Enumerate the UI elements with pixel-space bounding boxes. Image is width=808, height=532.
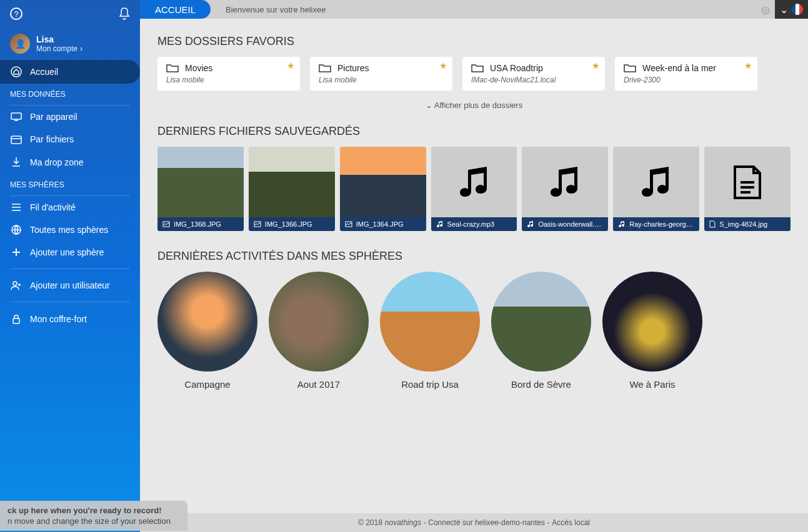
sphere-thumbnail (491, 272, 591, 372)
profile-name: Lisa (36, 34, 82, 44)
sidebar: ? 👤 Lisa Mon compte › Accueil MES DONNÉE… (0, 0, 140, 532)
file-card[interactable]: S_img-4824.jpg (704, 147, 791, 231)
file-label: Oasis-wonderwall.… (522, 217, 608, 231)
star-icon[interactable]: ★ (287, 61, 295, 71)
file-label: Seal-crazy.mp3 (431, 217, 517, 231)
nav-home[interactable]: Accueil (0, 60, 140, 84)
help-icon[interactable]: ? (10, 7, 22, 20)
profile-account-link[interactable]: Mon compte › (36, 44, 82, 53)
globe-icon (10, 225, 22, 235)
company-name[interactable]: novathings (385, 518, 421, 527)
favorites-title: MES DOSSIERS FAVORIS (157, 35, 791, 48)
folder-source: Lisa mobile (166, 76, 291, 84)
file-label: IMG_1368.JPG (157, 217, 244, 231)
local-access-link[interactable]: Accès local (552, 518, 590, 527)
device-icon (10, 112, 22, 121)
folder-icon (471, 63, 484, 73)
nav-all-spheres[interactable]: Toutes mes sphères (0, 219, 140, 241)
flag-fr-icon (792, 4, 803, 15)
sphere-name: Road trip Usa (401, 379, 459, 390)
folder-name: Pictures (337, 63, 369, 73)
star-icon[interactable]: ★ (439, 61, 447, 71)
nav-by-files[interactable]: Par fichiers (0, 128, 140, 150)
folder-card[interactable]: ★ Week-end à la mer Drive-2300 (615, 57, 757, 91)
star-icon[interactable]: ★ (744, 61, 752, 71)
home-icon (10, 66, 22, 77)
folder-name: Week-end à la mer (642, 63, 716, 73)
folder-source: Drive-2300 (624, 76, 749, 84)
activities-title: DERNIÈRES ACTIVITÉS DANS MES SPHÈRES (157, 250, 791, 263)
main-content: MES DOSSIERS FAVORIS ★ Movies Lisa mobil… (140, 19, 808, 513)
folder-name: Movies (185, 63, 212, 73)
svg-point-0 (11, 67, 21, 77)
list-icon (10, 203, 22, 212)
sphere-thumbnail (269, 272, 369, 372)
tab-home[interactable]: ACCUEIL (140, 0, 211, 19)
lock-icon (10, 313, 22, 325)
topbar: ACCUEIL Bienvenue sur votre helixee ◎ ⌄ (140, 0, 808, 19)
folder-card[interactable]: ★ Pictures Lisa mobile (310, 57, 452, 91)
file-card[interactable]: Ray-charles-georgi… (613, 147, 699, 231)
folder-icon (319, 63, 331, 73)
folder-name: USA Roadtrip (490, 63, 543, 73)
sphere-item[interactable]: Bord de Sèvre (491, 272, 591, 390)
plus-icon (10, 247, 22, 257)
file-card[interactable]: IMG_1364.JPG (340, 147, 426, 231)
folder-card[interactable]: ★ USA Roadtrip IMac-de-NoviMac21.local (462, 57, 605, 91)
file-label: IMG_1364.JPG (340, 217, 426, 231)
file-label: IMG_1366.JPG (249, 217, 335, 231)
profile[interactable]: 👤 Lisa Mon compte › (0, 27, 140, 60)
nav-by-device[interactable]: Par appareil (0, 106, 140, 128)
sphere-thumbnail (380, 272, 480, 372)
file-label: S_img-4824.jpg (704, 217, 791, 231)
sphere-item[interactable]: Campagne (157, 272, 257, 390)
sphere-item[interactable]: Aout 2017 (269, 272, 369, 390)
file-card[interactable]: Oasis-wonderwall.… (522, 147, 608, 231)
file-card[interactable]: Seal-crazy.mp3 (431, 147, 517, 231)
file-card[interactable]: IMG_1368.JPG (157, 147, 244, 231)
svg-rect-2 (11, 136, 21, 144)
show-more-folders[interactable]: ⌄ Afficher plus de dossiers (157, 101, 791, 110)
recent-files-title: DERNIERS FICHIERS SAUVEGARDÉS (157, 125, 791, 138)
svg-rect-1 (11, 113, 21, 119)
sphere-name: We à Paris (629, 379, 675, 390)
sphere-item[interactable]: Road trip Usa (380, 272, 480, 390)
section-my-data: MES DONNÉES (10, 84, 130, 106)
section-my-spheres: MES SPHÈRES (10, 174, 130, 196)
recording-overlay: ck up here when you're ready to record! … (0, 501, 187, 531)
sphere-item[interactable]: We à Paris (602, 272, 702, 390)
folder-source: Lisa mobile (319, 76, 444, 84)
svg-point-4 (13, 282, 17, 285)
nav-activity-feed[interactable]: Fil d'activité (0, 196, 140, 219)
folder-source: IMac-de-NoviMac21.local (471, 76, 596, 84)
star-icon[interactable]: ★ (592, 61, 600, 71)
welcome-text: Bienvenue sur votre helixee (226, 5, 326, 14)
nav-add-sphere[interactable]: Ajouter une sphère (0, 241, 140, 264)
files-icon (10, 134, 22, 144)
dropzone-icon (10, 157, 22, 168)
notification-icon[interactable] (119, 7, 130, 20)
add-user-icon (10, 280, 22, 290)
nav-vault[interactable]: Mon coffre-fort (0, 307, 140, 331)
avatar: 👤 (10, 34, 30, 54)
sphere-thumbnail (602, 272, 702, 372)
nav-dropzone[interactable]: Ma drop zone (0, 150, 140, 174)
target-icon[interactable]: ◎ (761, 4, 770, 16)
footer: © 2018 novathings - Connecté sur helixee… (140, 513, 808, 532)
nav-add-user[interactable]: Ajouter un utilisateur (0, 274, 140, 297)
sphere-name: Campagne (184, 379, 230, 390)
sphere-name: Bord de Sèvre (511, 379, 571, 390)
folder-icon (166, 63, 179, 73)
folder-card[interactable]: ★ Movies Lisa mobile (157, 57, 300, 91)
sphere-name: Aout 2017 (297, 379, 340, 390)
chevron-right-icon: › (80, 44, 82, 53)
sphere-thumbnail (157, 272, 257, 372)
file-label: Ray-charles-georgi… (613, 217, 699, 231)
folder-icon (624, 63, 636, 73)
chevron-down-icon: ⌄ (780, 4, 788, 16)
file-card[interactable]: IMG_1366.JPG (249, 147, 335, 231)
language-switcher[interactable]: ⌄ (775, 0, 808, 19)
svg-rect-5 (13, 318, 19, 323)
